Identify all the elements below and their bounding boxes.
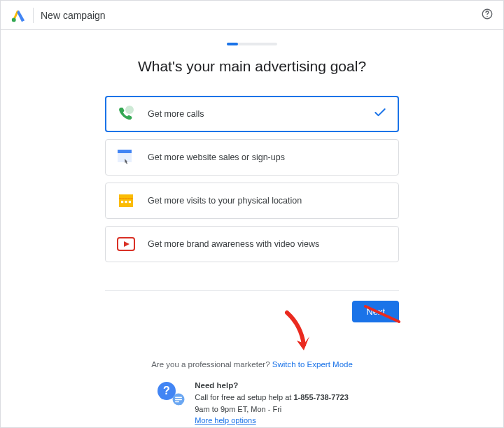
help-box: ? Need help? Call for free ad setup help… <box>155 380 349 427</box>
progress-bar <box>227 43 277 45</box>
divider <box>33 8 34 23</box>
help-icon[interactable] <box>481 8 493 23</box>
checkmark-icon <box>373 106 387 122</box>
svg-rect-8 <box>125 201 127 203</box>
svg-rect-15 <box>175 397 182 399</box>
expert-mode-row: Are you a professional marketer? Switch … <box>151 360 353 369</box>
more-help-link[interactable]: More help options <box>195 416 255 425</box>
expert-question: Are you a professional marketer? <box>151 360 272 369</box>
svg-rect-7 <box>121 201 123 203</box>
option-label: Get more calls <box>148 109 204 119</box>
help-heading: Need help? <box>195 380 349 392</box>
svg-rect-17 <box>175 401 179 403</box>
svg-point-3 <box>125 106 134 114</box>
video-play-icon <box>117 235 135 253</box>
option-label: Get more visits to your physical locatio… <box>148 196 302 206</box>
chat-help-icon: ? <box>155 380 185 405</box>
option-video-views[interactable]: Get more brand awareness with video view… <box>105 226 399 262</box>
help-hours: 9am to 9pm ET, Mon - Fri <box>195 404 349 415</box>
google-ads-logo <box>10 8 26 23</box>
svg-rect-4 <box>118 150 132 153</box>
store-icon <box>117 192 135 210</box>
top-bar: New campaign <box>1 1 503 30</box>
section-divider <box>105 290 399 291</box>
svg-point-2 <box>486 15 487 16</box>
option-get-more-calls[interactable]: Get more calls <box>105 96 399 132</box>
svg-point-0 <box>12 17 16 22</box>
phone-icon <box>117 105 135 123</box>
switch-expert-mode-link[interactable]: Switch to Expert Mode <box>272 360 353 369</box>
option-website-sales[interactable]: Get more website sales or sign-ups <box>105 139 399 176</box>
svg-rect-16 <box>175 399 182 401</box>
svg-text:?: ? <box>163 385 170 397</box>
goal-options: Get more calls Get more website sales or… <box>105 96 399 262</box>
help-line-1: Call for free ad setup help at 1-855-738… <box>195 392 349 404</box>
svg-rect-9 <box>129 201 131 203</box>
option-label: Get more website sales or sign-ups <box>148 152 285 162</box>
next-button[interactable]: Next <box>352 301 399 322</box>
help-phone: 1-855-738-7723 <box>293 393 348 401</box>
option-physical-location[interactable]: Get more visits to your physical locatio… <box>105 183 399 219</box>
main-heading: What's your main advertising goal? <box>138 58 366 75</box>
option-label: Get more brand awareness with video view… <box>148 239 319 249</box>
svg-rect-5 <box>118 153 132 162</box>
website-icon <box>117 148 135 166</box>
page-title: New campaign <box>41 10 106 21</box>
